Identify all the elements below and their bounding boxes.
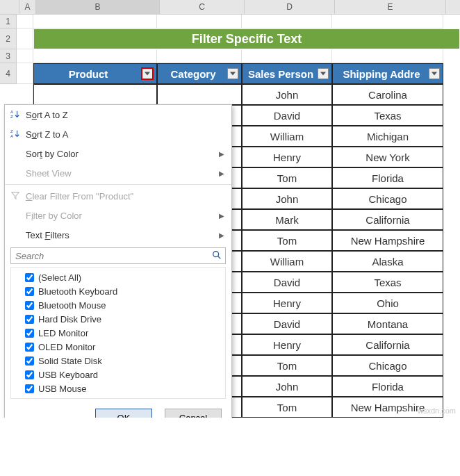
checkbox[interactable] [25, 287, 34, 296]
sort-za[interactable]: ZA Sort Z to A [5, 124, 231, 144]
cell-sales[interactable]: John [242, 376, 332, 397]
cell[interactable] [242, 15, 332, 28]
select-all-corner[interactable] [0, 0, 19, 14]
cell-sales[interactable]: David [242, 105, 332, 126]
cell-category[interactable] [157, 84, 242, 105]
cancel-button[interactable]: Cancel [165, 409, 222, 418]
cell-ship[interactable]: Florida [332, 167, 443, 188]
filter-check-item[interactable]: USB Mouse [15, 381, 221, 395]
cell-ship[interactable]: New Hampshire [332, 230, 443, 251]
cell-ship[interactable]: Carolina [332, 84, 443, 105]
filter-button-category[interactable] [227, 68, 238, 79]
filter-check-item[interactable]: LED Monitor [15, 326, 221, 340]
col-header-e[interactable]: E [335, 0, 446, 14]
col-header-b[interactable]: B [36, 0, 160, 14]
cell[interactable] [17, 49, 33, 63]
cell[interactable] [332, 49, 443, 63]
filter-item-label: OLED Monitor [38, 342, 95, 352]
cell-sales[interactable]: Henry [242, 147, 332, 167]
col-header-c[interactable]: C [160, 0, 245, 14]
cell-ship[interactable]: Texas [332, 105, 443, 126]
filter-check-item[interactable]: Solid State Disk [15, 354, 221, 368]
sort-az[interactable]: AZ Sort A to Z [5, 105, 231, 124]
cell-ship[interactable]: New York [332, 147, 443, 167]
text-filters[interactable]: Text Filters ▶ [5, 225, 231, 245]
cell-sales[interactable]: Tom [242, 355, 332, 376]
cell-sales[interactable]: David [242, 272, 332, 293]
cell-ship[interactable]: Michigan [332, 126, 443, 147]
cell-sales[interactable]: John [242, 188, 332, 209]
button-row: OK Cancel [5, 402, 231, 418]
sort-za-label: Sort Z to A [26, 129, 68, 140]
cell-ship[interactable]: Texas [332, 272, 443, 293]
checkbox[interactable] [25, 315, 34, 324]
cell-sales[interactable]: Tom [242, 230, 332, 251]
header-product-label: Product [37, 68, 140, 80]
col-header-a[interactable]: A [19, 0, 36, 14]
row-header-3[interactable]: 3 [0, 49, 17, 63]
cell-ship[interactable]: Chicago [332, 355, 443, 376]
col-header-d[interactable]: D [245, 0, 335, 14]
cell[interactable] [17, 28, 33, 49]
cell[interactable] [332, 15, 443, 28]
filter-button-product[interactable] [141, 67, 154, 80]
cell[interactable] [157, 49, 242, 63]
cell-sales[interactable]: David [242, 313, 332, 334]
checkbox[interactable] [25, 343, 34, 352]
cell-sales[interactable]: William [242, 251, 332, 272]
cell-ship[interactable]: Ohio [332, 293, 443, 313]
cell-ship[interactable]: Montana [332, 313, 443, 334]
filter-check-item[interactable]: (Select All) [15, 270, 221, 284]
checkbox[interactable] [25, 384, 34, 393]
clear-filter: Clear Filter From "Product" [5, 186, 231, 206]
cell[interactable] [242, 49, 332, 63]
filter-check-item[interactable]: Bluetooth Mouse [15, 298, 221, 312]
ok-button[interactable]: OK [95, 409, 152, 418]
cell[interactable] [17, 15, 33, 28]
cell-ship[interactable]: Alaska [332, 251, 443, 272]
filter-button-sales[interactable] [318, 68, 329, 79]
cell-sales[interactable]: William [242, 126, 332, 147]
checkbox[interactable] [25, 356, 34, 366]
svg-text:Z: Z [10, 114, 13, 119]
filter-check-item[interactable]: USB Keyboard [15, 368, 221, 381]
cell-sales[interactable]: Henry [242, 293, 332, 313]
filter-check-item[interactable]: OLED Monitor [15, 340, 221, 354]
filter-check-item[interactable]: Hard Disk Drive [15, 312, 221, 326]
checkbox[interactable] [25, 273, 34, 282]
filter-button-ship[interactable] [429, 68, 440, 79]
header-category[interactable]: Category [157, 63, 242, 84]
row-header-2[interactable]: 2 [0, 28, 17, 49]
cell-sales[interactable]: Tom [242, 397, 332, 418]
search-input[interactable] [10, 247, 226, 264]
row-header-1[interactable]: 1 [0, 15, 17, 28]
cell-ship[interactable]: Florida [332, 376, 443, 397]
filter-item-label: Bluetooth Keyboard [38, 286, 117, 297]
filter-checklist: (Select All)Bluetooth KeyboardBluetooth … [10, 267, 226, 399]
cell[interactable] [17, 84, 33, 105]
svg-text:A: A [10, 109, 14, 114]
header-product[interactable]: Product [33, 63, 157, 84]
cell-product[interactable] [33, 84, 157, 105]
checkbox[interactable] [25, 329, 34, 338]
cell[interactable] [17, 63, 33, 84]
cell-ship[interactable]: California [332, 334, 443, 355]
sort-az-icon: AZ [9, 109, 22, 121]
checkbox[interactable] [25, 301, 34, 310]
cell-sales[interactable]: John [242, 84, 332, 105]
cell-sales[interactable]: Tom [242, 167, 332, 188]
sort-by-color[interactable]: Sort by Color ▶ [5, 144, 231, 163]
title-cell[interactable]: Filter Specific Text [33, 28, 460, 49]
header-ship[interactable]: Shipping Addre [332, 63, 443, 84]
header-sales[interactable]: Sales Person [242, 63, 332, 84]
cell-ship[interactable]: California [332, 209, 443, 230]
row-header-4[interactable]: 4 [0, 63, 17, 84]
cell-sales[interactable]: Mark [242, 209, 332, 230]
filter-check-item[interactable]: Bluetooth Keyboard [15, 284, 221, 298]
cell[interactable] [157, 15, 242, 28]
cell-sales[interactable]: Henry [242, 334, 332, 355]
cell[interactable] [33, 49, 157, 63]
cell[interactable] [33, 15, 157, 28]
checkbox[interactable] [25, 370, 34, 379]
cell-ship[interactable]: Chicago [332, 188, 443, 209]
